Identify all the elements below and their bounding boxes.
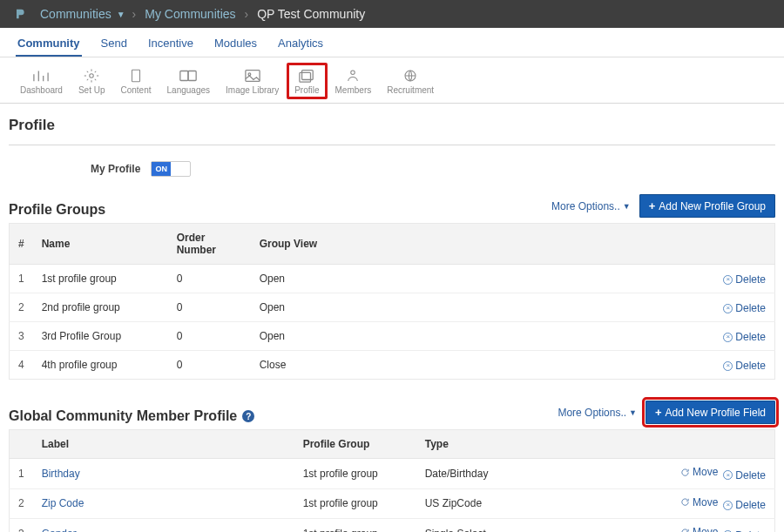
breadcrumb-root[interactable]: Communities xyxy=(40,7,112,21)
divider xyxy=(9,145,775,145)
my-profile-toggle[interactable]: ON xyxy=(151,161,191,177)
svg-rect-1 xyxy=(132,70,140,82)
close-icon: × xyxy=(723,501,733,510)
cell-view: Close xyxy=(251,351,706,380)
top-breadcrumb-bar: Communities ▼ › My Communities › QP Test… xyxy=(0,0,784,28)
col-group: Profile Group xyxy=(294,430,416,459)
chevron-down-icon: ▼ xyxy=(629,408,637,417)
tab-send[interactable]: Send xyxy=(99,34,129,57)
move-link[interactable]: Move xyxy=(680,466,718,478)
table-row: 22nd profile group0Open×Delete xyxy=(10,293,775,322)
col-index xyxy=(10,430,33,459)
tab-modules[interactable]: Modules xyxy=(213,34,259,57)
plus-icon: + xyxy=(655,406,662,419)
toolbtn-recruitment[interactable]: Recruitment xyxy=(379,63,442,99)
member-profile-table: Label Profile Group Type 1Birthday1st pr… xyxy=(9,429,775,532)
languages-icon xyxy=(179,68,198,84)
col-view: Group View xyxy=(251,224,706,265)
cell-order: 0 xyxy=(168,293,251,322)
delete-link[interactable]: ×Delete xyxy=(723,360,766,372)
svg-rect-6 xyxy=(302,71,314,80)
tab-community[interactable]: Community xyxy=(16,34,82,57)
cell-group: 1st profile group xyxy=(294,459,416,489)
table-row: 2Zip Code1st profile groupUS ZipCodeMove… xyxy=(10,488,775,519)
svg-rect-7 xyxy=(300,72,311,82)
delete-link[interactable]: ×Delete xyxy=(723,331,766,343)
cell-label: Birthday xyxy=(33,459,294,489)
member-profile-more[interactable]: More Options.. ▼ xyxy=(558,407,637,419)
breadcrumb-leaf[interactable]: QP Test Community xyxy=(257,7,365,21)
close-icon: × xyxy=(723,275,733,285)
toolbtn-image-library[interactable]: Image Library xyxy=(218,63,287,99)
close-icon: × xyxy=(723,361,733,371)
svg-point-5 xyxy=(248,73,251,76)
cell-view: Open xyxy=(251,322,706,351)
profile-field-link[interactable]: Zip Code xyxy=(42,497,84,509)
cell-index: 1 xyxy=(10,459,33,489)
move-link[interactable]: Move xyxy=(680,496,718,508)
profile-groups-more[interactable]: More Options.. ▼ xyxy=(551,200,631,212)
tab-analytics[interactable]: Analytics xyxy=(276,34,325,57)
profile-groups-table: # Name Order Number Group View 11st prof… xyxy=(9,223,775,380)
toolbtn-content[interactable]: Content xyxy=(113,63,159,99)
cell-label: Zip Code xyxy=(33,488,294,519)
chevron-down-icon: ▼ xyxy=(623,202,631,211)
cell-order: 0 xyxy=(168,322,251,351)
cell-name: 3rd Profile Group xyxy=(33,322,168,351)
help-icon[interactable]: ? xyxy=(242,410,254,422)
plus-icon: + xyxy=(649,199,656,212)
cell-name: 1st profile group xyxy=(33,265,168,293)
user-icon xyxy=(343,68,362,84)
svg-point-0 xyxy=(90,74,94,78)
refresh-icon xyxy=(680,497,690,507)
move-link[interactable]: Move xyxy=(680,526,718,532)
cell-type: US ZipCode xyxy=(416,488,662,519)
toolbtn-setup[interactable]: Set Up xyxy=(71,63,113,99)
tab-incentive[interactable]: Incentive xyxy=(146,34,195,57)
toolbtn-members[interactable]: Members xyxy=(328,63,380,99)
delete-link[interactable]: ×Delete xyxy=(723,529,766,533)
cell-index: 2 xyxy=(10,488,33,519)
svg-rect-3 xyxy=(188,71,196,81)
cell-name: 2nd profile group xyxy=(33,293,168,322)
profile-groups-header: Profile Groups More Options.. ▼ + Add Ne… xyxy=(9,189,775,223)
profile-field-link[interactable]: Gender xyxy=(42,528,77,532)
member-profile-header: Global Community Member Profile ? More O… xyxy=(9,395,775,429)
document-icon xyxy=(126,68,145,84)
table-row: 33rd Profile Group0Open×Delete xyxy=(10,322,775,351)
member-profile-title: Global Community Member Profile xyxy=(9,408,237,424)
cell-index: 3 xyxy=(10,519,33,533)
breadcrumb-sep: › xyxy=(132,7,137,21)
cell-view: Open xyxy=(251,293,706,322)
delete-link[interactable]: ×Delete xyxy=(723,469,766,481)
refresh-icon xyxy=(680,468,690,477)
col-order: Order Number xyxy=(168,224,251,265)
breadcrumb-sep: › xyxy=(245,7,249,21)
cell-index: 3 xyxy=(10,322,33,351)
cell-group: 1st profile group xyxy=(294,519,416,533)
profile-stack-icon xyxy=(297,68,316,84)
refresh-icon xyxy=(680,528,690,533)
toolbtn-dashboard[interactable]: Dashboard xyxy=(12,63,71,99)
add-profile-group-button[interactable]: + Add New Profile Group xyxy=(639,194,775,218)
cell-group: 1st profile group xyxy=(294,488,416,519)
profile-field-link[interactable]: Birthday xyxy=(42,468,80,480)
breadcrumb-mid[interactable]: My Communities xyxy=(145,7,235,21)
table-row: 11st profile group0Open×Delete xyxy=(10,265,775,293)
delete-link[interactable]: ×Delete xyxy=(723,499,766,511)
picture-icon xyxy=(243,68,262,84)
cell-view: Open xyxy=(251,265,706,293)
close-icon: × xyxy=(723,304,733,313)
cell-index: 4 xyxy=(10,351,33,380)
cell-order: 0 xyxy=(168,265,251,293)
add-profile-field-button[interactable]: + Add New Profile Field xyxy=(645,401,775,424)
toolbtn-languages[interactable]: Languages xyxy=(159,63,219,99)
toolbtn-profile[interactable]: Profile xyxy=(287,63,327,99)
col-type: Type xyxy=(416,430,662,459)
dashboard-icon xyxy=(31,68,51,84)
delete-link[interactable]: ×Delete xyxy=(723,302,766,314)
close-icon: × xyxy=(723,470,733,480)
chevron-down-icon[interactable]: ▼ xyxy=(117,10,125,19)
delete-link[interactable]: ×Delete xyxy=(723,273,766,286)
cell-type: Single Select xyxy=(416,519,662,533)
